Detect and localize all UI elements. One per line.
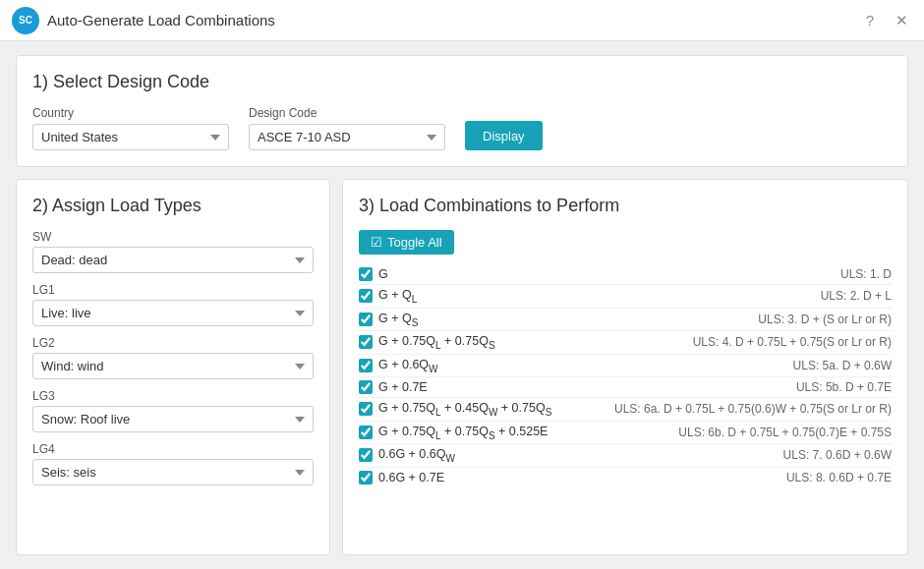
country-select[interactable]: United States Australia United Kingdom C… bbox=[32, 124, 229, 150]
combo-uls-10: ULS: 8. 0.6D + 0.7E bbox=[786, 471, 892, 484]
lg1-select[interactable]: Dead: dead Live: live Wind: wind Snow: R… bbox=[32, 300, 314, 326]
section3-card: 3) Load Combinations to Perform ☑ Toggle… bbox=[342, 179, 908, 555]
combo-checkbox-3[interactable] bbox=[359, 313, 373, 326]
toggle-all-checkmark-icon: ☑ bbox=[371, 235, 382, 250]
combo-checkbox-8[interactable] bbox=[359, 426, 373, 439]
combo-checkbox-2[interactable] bbox=[359, 289, 373, 303]
combo-row-8: G + 0.75QL + 0.75QS + 0.525E ULS: 6b. D … bbox=[359, 422, 892, 445]
toggle-all-label: Toggle All bbox=[387, 235, 442, 250]
section2-card: 2) Assign Load Types SW Dead: dead Live:… bbox=[16, 179, 330, 555]
lg4-label: LG4 bbox=[32, 442, 314, 456]
lg2-select[interactable]: Dead: dead Live: live Wind: wind Snow: R… bbox=[32, 353, 314, 379]
lg3-select[interactable]: Dead: dead Live: live Wind: wind Snow: R… bbox=[32, 406, 314, 432]
combo-uls-7: ULS: 6a. D + 0.75L + 0.75(0.6)W + 0.75(S… bbox=[614, 402, 892, 416]
combo-uls-2: ULS: 2. D + L bbox=[821, 289, 892, 303]
combo-formula-8: G + 0.75QL + 0.75QS + 0.525E bbox=[378, 425, 548, 441]
combo-formula-3: G + QS bbox=[378, 312, 418, 328]
sw-label: SW bbox=[32, 230, 314, 244]
combo-checkbox-9[interactable] bbox=[359, 448, 373, 462]
combo-formula-9: 0.6G + 0.6QW bbox=[378, 447, 455, 464]
combo-formula-6: G + 0.7E bbox=[378, 380, 428, 394]
combo-uls-8: ULS: 6b. D + 0.75L + 0.75(0.7)E + 0.75S bbox=[678, 426, 892, 439]
combo-row-2: G + QL ULS: 2. D + L bbox=[359, 285, 892, 309]
combo-formula-10: 0.6G + 0.7E bbox=[378, 471, 444, 484]
combo-formula-2: G + QL bbox=[378, 288, 417, 305]
window-title: Auto-Generate Load Combinations bbox=[47, 12, 275, 28]
design-code-select[interactable]: ASCE 7-10 ASD ASCE 7-10 LRFD ASCE 7-16 A… bbox=[249, 124, 445, 150]
section1-card: 1) Select Design Code Country United Sta… bbox=[16, 55, 908, 167]
load-type-lg3: LG3 Dead: dead Live: live Wind: wind Sno… bbox=[32, 389, 314, 432]
bottom-panels: 2) Assign Load Types SW Dead: dead Live:… bbox=[16, 179, 908, 555]
title-bar: SC Auto-Generate Load Combinations ? ✕ bbox=[0, 0, 924, 41]
load-type-sw: SW Dead: dead Live: live Wind: wind Snow… bbox=[32, 230, 314, 273]
section1-form: Country United States Australia United K… bbox=[32, 106, 892, 150]
combo-checkbox-1[interactable] bbox=[359, 267, 373, 281]
load-type-lg4: LG4 Dead: dead Live: live Wind: wind Sno… bbox=[32, 442, 314, 485]
combo-uls-4: ULS: 4. D + 0.75L + 0.75(S or Lr or R) bbox=[693, 335, 892, 349]
design-code-label: Design Code bbox=[249, 106, 445, 120]
main-content: 1) Select Design Code Country United Sta… bbox=[0, 41, 924, 569]
combo-checkbox-7[interactable] bbox=[359, 402, 373, 416]
display-button[interactable]: Display bbox=[465, 121, 543, 150]
lg3-label: LG3 bbox=[32, 389, 314, 403]
combo-formula-5: G + 0.6QW bbox=[378, 358, 438, 374]
combo-row-6: G + 0.7E ULS: 5b. D + 0.7E bbox=[359, 377, 892, 398]
country-group: Country United States Australia United K… bbox=[32, 106, 229, 150]
lg2-label: LG2 bbox=[32, 336, 314, 350]
combo-checkbox-4[interactable] bbox=[359, 335, 373, 349]
country-label: Country bbox=[32, 106, 229, 120]
combo-checkbox-10[interactable] bbox=[359, 471, 373, 484]
combo-row-4: G + 0.75QL + 0.75QS ULS: 4. D + 0.75L + … bbox=[359, 331, 892, 355]
help-button[interactable]: ? bbox=[859, 10, 881, 31]
combo-row-5: G + 0.6QW ULS: 5a. D + 0.6W bbox=[359, 355, 892, 378]
combo-uls-5: ULS: 5a. D + 0.6W bbox=[793, 359, 892, 372]
combo-uls-3: ULS: 3. D + (S or Lr or R) bbox=[758, 313, 892, 326]
combo-formula-7: G + 0.75QL + 0.45QW + 0.75QS bbox=[378, 401, 551, 418]
lg4-select[interactable]: Dead: dead Live: live Wind: wind Snow: R… bbox=[32, 459, 314, 485]
load-type-lg1: LG1 Dead: dead Live: live Wind: wind Sno… bbox=[32, 283, 314, 326]
sw-select[interactable]: Dead: dead Live: live Wind: wind Snow: R… bbox=[32, 247, 314, 273]
section2-title: 2) Assign Load Types bbox=[32, 196, 314, 216]
section1-title: 1) Select Design Code bbox=[32, 72, 892, 92]
lg1-label: LG1 bbox=[32, 283, 314, 297]
combo-row-3: G + QS ULS: 3. D + (S or Lr or R) bbox=[359, 309, 892, 332]
skyciv-logo: SC bbox=[12, 7, 39, 34]
toggle-all-button[interactable]: ☑ Toggle All bbox=[359, 230, 454, 255]
combo-row-1: G ULS: 1. D bbox=[359, 264, 892, 285]
combo-uls-1: ULS: 1. D bbox=[840, 267, 892, 281]
combo-row-9: 0.6G + 0.6QW ULS: 7. 0.6D + 0.6W bbox=[359, 444, 892, 468]
load-type-lg2: LG2 Dead: dead Live: live Wind: wind Sno… bbox=[32, 336, 314, 379]
design-code-group: Design Code ASCE 7-10 ASD ASCE 7-10 LRFD… bbox=[249, 106, 445, 150]
combo-checkbox-6[interactable] bbox=[359, 380, 373, 394]
combo-row-10: 0.6G + 0.7E ULS: 8. 0.6D + 0.7E bbox=[359, 468, 892, 487]
combo-formula-1: G bbox=[378, 267, 388, 281]
close-button[interactable]: ✕ bbox=[891, 10, 912, 31]
combo-formula-4: G + 0.75QL + 0.75QS bbox=[378, 334, 495, 351]
title-bar-right: ? ✕ bbox=[859, 10, 912, 31]
section3-title: 3) Load Combinations to Perform bbox=[359, 196, 892, 216]
title-bar-left: SC Auto-Generate Load Combinations bbox=[12, 7, 275, 34]
combo-row-7: G + 0.75QL + 0.45QW + 0.75QS ULS: 6a. D … bbox=[359, 398, 892, 422]
combo-uls-6: ULS: 5b. D + 0.7E bbox=[796, 380, 892, 394]
combo-checkbox-5[interactable] bbox=[359, 359, 373, 372]
combo-uls-9: ULS: 7. 0.6D + 0.6W bbox=[783, 448, 892, 462]
